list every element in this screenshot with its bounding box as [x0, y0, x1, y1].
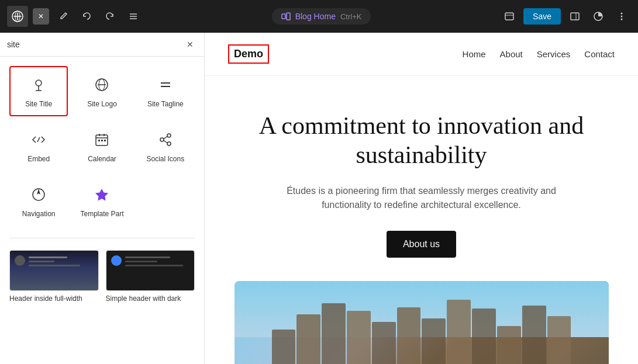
- navigation-icon: [28, 184, 49, 205]
- hero-subtitle: Études is a pioneering firm that seamles…: [275, 184, 568, 212]
- template-preview-img-light: [106, 250, 195, 291]
- site-title-icon: [28, 74, 49, 95]
- hero-section: A commitment to innovation and sustainab…: [205, 76, 638, 281]
- wp-logo-button[interactable]: [7, 6, 28, 27]
- list-view-button[interactable]: [124, 7, 143, 26]
- template-preview-header-full-width[interactable]: Header inside full-width: [9, 250, 99, 303]
- svg-point-32: [160, 138, 164, 141]
- template-preview-label-dark: Simple header with dark: [106, 294, 195, 303]
- close-button[interactable]: ✕: [33, 8, 49, 25]
- block-label-site-logo: Site Logo: [87, 100, 117, 108]
- block-item-navigation[interactable]: Navigation: [9, 176, 68, 226]
- search-bar: ✕: [0, 33, 204, 57]
- svg-point-15: [36, 80, 42, 86]
- page-nav: Home About Services Contact: [463, 49, 615, 59]
- toolbar-center: Blog Home Ctrl+K: [147, 8, 495, 25]
- save-button[interactable]: Save: [523, 8, 561, 25]
- block-item-calendar[interactable]: Calendar: [73, 121, 131, 171]
- hero-title: A commitment to innovation and sustainab…: [246, 111, 597, 170]
- block-label-navigation: Navigation: [22, 210, 56, 218]
- view-button[interactable]: [500, 7, 519, 26]
- shortcut-text: Ctrl+K: [340, 12, 361, 21]
- search-clear-button[interactable]: ✕: [183, 37, 197, 51]
- breadcrumb-button[interactable]: Blog Home Ctrl+K: [272, 8, 371, 25]
- site-logo-icon: [91, 74, 112, 95]
- top-toolbar: ✕ Blog Home Ctrl+K: [0, 0, 638, 33]
- block-label-embed: Embed: [27, 155, 50, 163]
- svg-point-13: [621, 16, 623, 18]
- svg-rect-9: [571, 13, 579, 20]
- block-item-site-tagline[interactable]: Site Tagline: [136, 66, 195, 116]
- undo-button[interactable]: [77, 7, 96, 26]
- sidebar-divider: [9, 238, 195, 238]
- social-icons-icon: [155, 129, 176, 150]
- calendar-icon: [91, 129, 112, 150]
- template-preview-img-dark: [9, 250, 99, 291]
- block-item-site-title[interactable]: Site Title: [9, 66, 68, 116]
- nav-link-contact[interactable]: Contact: [584, 49, 615, 59]
- block-item-social-icons[interactable]: Social Icons: [136, 121, 195, 171]
- nav-link-home[interactable]: Home: [463, 49, 486, 59]
- svg-point-14: [621, 19, 623, 20]
- svg-line-35: [164, 141, 167, 143]
- main-area: ✕ Site Title: [0, 33, 638, 364]
- edit-icon-button[interactable]: [54, 7, 73, 26]
- block-label-social-icons: Social Icons: [146, 155, 184, 163]
- block-label-site-tagline: Site Tagline: [147, 100, 184, 108]
- nav-link-services[interactable]: Services: [537, 49, 571, 59]
- svg-rect-6: [287, 13, 290, 20]
- svg-rect-28: [98, 140, 100, 141]
- canvas: Demo Home About Services Contact A commi…: [205, 33, 638, 364]
- search-input[interactable]: [7, 40, 178, 49]
- svg-point-31: [167, 134, 171, 137]
- style-button[interactable]: [589, 7, 608, 26]
- site-tagline-icon: [155, 74, 176, 95]
- building-image: [234, 281, 609, 364]
- page-header: Demo Home About Services Contact: [205, 33, 638, 76]
- breadcrumb-text: Blog Home: [295, 12, 336, 21]
- nav-link-about[interactable]: About: [500, 49, 523, 59]
- svg-line-34: [164, 137, 167, 139]
- block-item-site-logo[interactable]: Site Logo: [73, 66, 131, 116]
- svg-point-12: [621, 13, 623, 15]
- block-grid: Site Title Site Logo: [0, 57, 204, 235]
- more-button[interactable]: [612, 7, 631, 26]
- template-preview-header-dark[interactable]: Simple header with dark: [106, 250, 195, 303]
- svg-line-23: [37, 137, 40, 142]
- redo-button[interactable]: [101, 7, 119, 26]
- page-frame: Demo Home About Services Contact A commi…: [205, 33, 638, 364]
- svg-rect-30: [104, 140, 106, 141]
- about-us-button[interactable]: About us: [387, 231, 456, 258]
- svg-rect-7: [505, 13, 513, 20]
- toolbar-right: Save: [500, 7, 631, 26]
- block-label-template-part: Template Part: [80, 210, 123, 218]
- template-previews: Header inside full-width Simple header w…: [0, 241, 204, 312]
- embed-icon: [28, 129, 49, 150]
- svg-point-33: [167, 142, 171, 145]
- svg-rect-29: [101, 140, 103, 141]
- block-label-site-title: Site Title: [25, 100, 52, 108]
- site-logo-demo: Demo: [228, 44, 269, 64]
- sidebar-toggle-button[interactable]: [565, 7, 584, 26]
- template-preview-label-full-width: Header inside full-width: [9, 294, 99, 303]
- svg-rect-5: [282, 14, 285, 19]
- block-label-calendar: Calendar: [88, 155, 116, 163]
- sidebar: ✕ Site Title: [0, 33, 205, 364]
- template-part-icon: [91, 184, 112, 205]
- block-item-embed[interactable]: Embed: [9, 121, 68, 171]
- block-item-template-part[interactable]: Template Part: [73, 176, 131, 226]
